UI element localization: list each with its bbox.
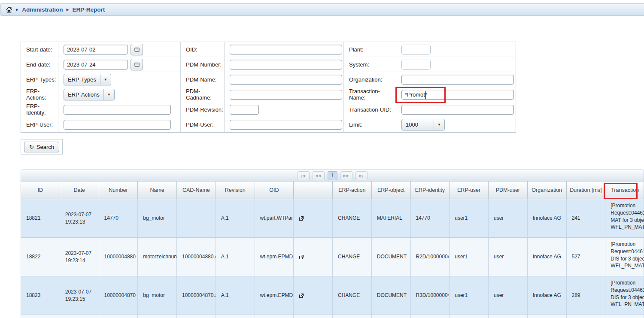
cell-name: bg_motor [138, 199, 177, 237]
search-button-panel: ↻ Search [21, 139, 63, 154]
column-header-id[interactable]: ID [21, 182, 60, 199]
column-header-date[interactable]: Date [60, 182, 99, 199]
column-header-name[interactable]: Name [138, 182, 177, 199]
results-table: |◀ ◀◀ 1 ▶▶ ▶| ID Date Number Name CAD-Na… [21, 170, 644, 318]
search-button[interactable]: ↻ Search [24, 142, 59, 152]
cell-erp-identity: 14770 [411, 199, 450, 237]
chevron-right-icon: ▶ [66, 8, 69, 12]
column-header-cad-name[interactable]: CAD-Name [177, 182, 216, 199]
start-date-calendar-button[interactable] [131, 44, 143, 55]
cell-pdm-user: user [489, 238, 528, 276]
column-header-erp-object[interactable]: ERP-object [372, 182, 411, 199]
refresh-icon: ↻ [29, 144, 34, 150]
pdm-revision-input[interactable] [230, 105, 259, 115]
cell-transaction: [Promotion Request:04461] DIS for 3 obje… [605, 276, 644, 315]
cell-name: bg_motor [138, 276, 177, 315]
pagination-last-button[interactable]: ▶| [355, 171, 368, 180]
start-date-input[interactable] [64, 45, 128, 55]
limit-dropdown[interactable]: 1000 ▼ [401, 119, 445, 130]
breadcrumb-administration[interactable]: Administration [22, 6, 63, 13]
cell-organization: Innoface AG [528, 238, 567, 276]
pdm-cadname-label: PDM-Cadname: [181, 87, 225, 102]
table-row[interactable]: 18822 2023-07-07 19:23:14 10000004880 mo… [21, 238, 644, 276]
plant-label: Plant: [344, 42, 396, 57]
erp-actions-label: ERP-Actions: [21, 87, 58, 102]
cell-name: motorzeichnung [138, 238, 177, 276]
column-header-erp-action[interactable]: ERP-action [333, 182, 372, 199]
chevron-down-icon[interactable]: ▼ [434, 119, 444, 130]
cell-erp-object: DOCUMENT [372, 276, 411, 315]
cell-oid: wt.epm.EPMDoc [255, 276, 294, 315]
erp-actions-dropdown[interactable]: ERP-Actions ▼ [64, 89, 115, 100]
home-icon[interactable] [6, 6, 12, 13]
column-header-organization[interactable]: Organization [528, 182, 567, 199]
erp-identity-label: ERP-Identity: [21, 102, 58, 117]
cell-revision: A.1 [216, 276, 255, 315]
text-cursor [425, 91, 426, 99]
pdm-cadname-cell [225, 87, 344, 102]
cell-erp-user: user1 [450, 276, 489, 315]
cell-organization: Innoface AG [528, 276, 567, 315]
transaction-uid-input[interactable] [401, 105, 514, 115]
limit-cell: 1000 ▼ [396, 117, 516, 132]
cell-erp-action: CHANGE [333, 276, 372, 315]
oid-label: OID: [181, 42, 225, 57]
system-input[interactable] [401, 60, 431, 70]
cell-number: 10000004880 [99, 238, 138, 276]
organization-label: Organization: [344, 72, 396, 87]
plant-input[interactable] [401, 45, 431, 55]
erp-identity-input[interactable] [64, 105, 171, 115]
cell-erp-action: CHANGE [333, 238, 372, 276]
table-row[interactable] [21, 315, 644, 318]
pagination-first-button[interactable]: |◀ [298, 171, 310, 180]
cell-erp-user: user1 [450, 199, 489, 237]
table-row[interactable]: 18821 2023-07-07 19:23:13 14770 bg_motor… [21, 199, 644, 238]
pdm-name-cell [225, 72, 344, 87]
chevron-down-icon[interactable]: ▼ [100, 74, 111, 85]
end-date-input[interactable] [64, 60, 128, 70]
breadcrumb-erp-report[interactable]: ERP-Report [73, 6, 105, 13]
erp-user-cell [58, 117, 181, 132]
column-header-erp-user[interactable]: ERP-user [450, 182, 489, 199]
cell-revision: A.1 [216, 199, 255, 237]
erp-user-input[interactable] [64, 120, 171, 130]
external-link-icon[interactable] [299, 293, 304, 298]
breadcrumb: ▶ Administration ▶ ERP-Report [0, 3, 644, 16]
column-header-oid[interactable]: OID [255, 182, 294, 199]
chevron-down-icon[interactable]: ▼ [103, 89, 114, 100]
column-header-number[interactable]: Number [99, 182, 138, 199]
pdm-number-input[interactable] [230, 60, 342, 70]
transaction-name-cell [396, 87, 516, 102]
external-link-icon[interactable] [299, 216, 304, 221]
chevron-right-icon: ▶ [16, 8, 18, 12]
cell-number: 10000004870 [99, 276, 138, 315]
cell-link [294, 199, 333, 237]
cell-erp-identity: R2D/10000004880 [411, 238, 450, 276]
column-header-pdm-user[interactable]: PDM-user [489, 182, 528, 199]
transaction-name-input[interactable] [401, 90, 514, 100]
organization-input[interactable] [401, 75, 514, 85]
cell-revision: A.1 [216, 238, 255, 276]
pagination-page-1-button[interactable]: 1 [328, 171, 337, 180]
pdm-user-cell [225, 117, 344, 132]
column-header-duration[interactable]: Duration [ms] [567, 182, 606, 199]
cell-cad-name: 10000004870.asm [177, 276, 216, 315]
cell-erp-object: DOCUMENT [372, 238, 411, 276]
oid-cell [225, 42, 344, 57]
erp-types-cell: ERP-Types ▼ [58, 72, 181, 87]
column-header-erp-identity[interactable]: ERP-identity [411, 182, 450, 199]
pdm-user-input[interactable] [230, 120, 342, 130]
pdm-name-input[interactable] [230, 75, 342, 85]
external-link-icon[interactable] [299, 254, 304, 260]
cell-id: 18821 [21, 199, 60, 237]
oid-input[interactable] [230, 45, 342, 55]
erp-types-dropdown[interactable]: ERP-Types ▼ [64, 74, 111, 85]
column-header-revision[interactable]: Revision [216, 182, 255, 199]
pagination-prev-button[interactable]: ◀◀ [313, 171, 325, 180]
end-date-calendar-button[interactable] [131, 59, 143, 70]
column-header-transaction[interactable]: Transaction [605, 182, 644, 199]
table-row[interactable]: 18823 2023-07-07 19:23:15 10000004870 bg… [21, 276, 644, 315]
pdm-user-label: PDM-User: [181, 117, 225, 132]
pdm-cadname-input[interactable] [230, 90, 342, 100]
pagination-next-button[interactable]: ▶▶ [340, 171, 352, 180]
